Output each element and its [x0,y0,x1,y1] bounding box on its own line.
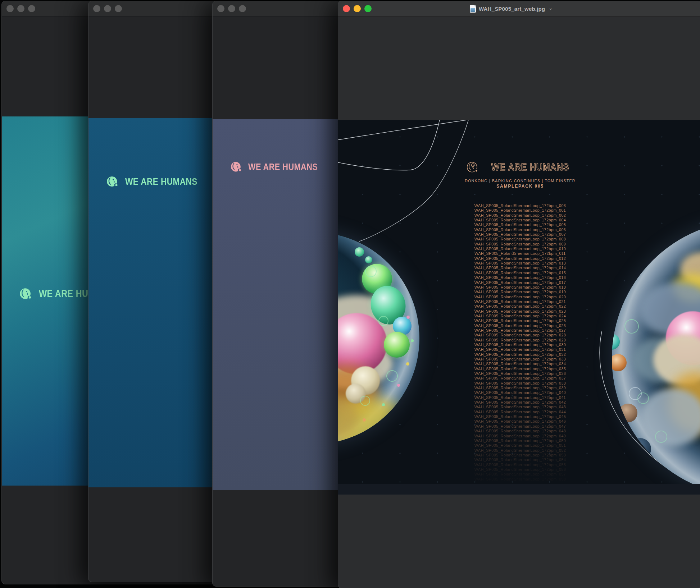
file-list-item: WAH_SP005_RolandShermanLoop_172bpm_051 [445,443,596,448]
file-list-item: WAH_SP005_RolandShermanLoop_172bpm_018 [445,285,596,290]
file-list-item: WAH_SP005_RolandShermanLoop_172bpm_022 [445,304,596,309]
embryo-logo-icon [106,175,120,188]
file-list-item: WAH_SP005_RolandShermanLoop_172bpm_023 [445,309,596,314]
window-title: WAH_SP005_art_web.jpg [479,6,545,12]
file-list-item: WAH_SP005_RolandShermanLoop_172bpm_042 [445,400,596,405]
brand-wordmark-outline: WE ARE HUMANS [491,162,569,173]
file-list-item: WAH_SP005_RolandShermanLoop_172bpm_044 [445,410,596,414]
file-list-item: WAH_SP005_RolandShermanLoop_172bpm_009 [445,242,596,247]
file-list-item: WAH_SP005_RolandShermanLoop_172bpm_043 [445,405,596,409]
minimize-button[interactable] [104,5,111,12]
file-list-item: WAH_SP005_RolandShermanLoop_172bpm_046 [445,419,596,424]
jpeg-file-icon [470,5,476,13]
file-list-item: WAH_SP005_RolandShermanLoop_172bpm_038 [445,381,596,386]
file-list-item: WAH_SP005_RolandShermanLoop_172bpm_031 [445,347,596,352]
minimize-button[interactable] [228,5,235,12]
window-preview-front: WAH_SP005_art_web.jpg ⌄ [338,1,700,588]
file-list-item: WAH_SP005_RolandShermanLoop_172bpm_035 [445,367,596,371]
file-list-item: WAH_SP005_RolandShermanLoop_172bpm_016 [445,275,596,280]
file-list-item: WAH_SP005_RolandShermanLoop_172bpm_030 [445,343,596,347]
file-list-item: WAH_SP005_RolandShermanLoop_172bpm_054 [445,458,596,462]
file-list-item: WAH_SP005_RolandShermanLoop_172bpm_008 [445,237,596,242]
file-list-item: WAH_SP005_RolandShermanLoop_172bpm_052 [445,448,596,453]
file-list-item: WAH_SP005_RolandShermanLoop_172bpm_002 [445,213,596,218]
file-list-item: WAH_SP005_RolandShermanLoop_172bpm_027 [445,328,596,333]
file-list-item: WAH_SP005_RolandShermanLoop_172bpm_001 [445,208,596,213]
close-button[interactable] [217,5,224,12]
sample-file-list: WAH_SP005_RolandShermanLoop_172bpm_003WA… [445,203,596,482]
file-list-item: WAH_SP005_RolandShermanLoop_172bpm_045 [445,414,596,419]
close-button[interactable] [6,5,14,12]
traffic-lights [6,5,35,12]
file-list-item: WAH_SP005_RolandShermanLoop_172bpm_029 [445,338,596,343]
embryo-logo-icon [230,160,244,173]
zoom-button[interactable] [239,5,246,12]
traffic-lights [93,5,122,12]
embryo-logo-outline-icon [466,160,480,174]
file-list-item: WAH_SP005_RolandShermanLoop_172bpm_007 [445,232,596,237]
file-list-item: WAH_SP005_RolandShermanLoop_172bpm_028 [445,333,596,337]
minimize-button[interactable] [354,5,361,12]
file-list-item: WAH_SP005_RolandShermanLoop_172bpm_005 [445,222,596,227]
close-button[interactable] [93,5,100,12]
file-list-item: WAH_SP005_RolandShermanLoop_172bpm_026 [445,323,596,328]
desktop: { "colors":{ "traffic_red":"#ff5f57","tr… [0,0,700,588]
file-list-item: WAH_SP005_RolandShermanLoop_172bpm_037 [445,376,596,381]
file-list-item: WAH_SP005_RolandShermanLoop_172bpm_015 [445,271,596,275]
file-list-item: WAH_SP005_RolandShermanLoop_172bpm_003 [445,203,596,208]
file-list-item: WAH_SP005_RolandShermanLoop_172bpm_017 [445,280,596,285]
file-list-item: WAH_SP005_RolandShermanLoop_172bpm_041 [445,395,596,400]
file-list-item: WAH_SP005_RolandShermanLoop_172bpm_034 [445,362,596,366]
close-button[interactable] [343,5,350,12]
file-list-item: WAH_SP005_RolandShermanLoop_172bpm_049 [445,434,596,438]
file-list-item: WAH_SP005_RolandShermanLoop_172bpm_033 [445,357,596,362]
file-list-item: WAH_SP005_RolandShermanLoop_172bpm_004 [445,218,596,222]
artwork-bottom-band [338,484,700,495]
file-list-item: WAH_SP005_RolandShermanLoop_172bpm_047 [445,424,596,429]
file-list-item: WAH_SP005_RolandShermanLoop_172bpm_040 [445,390,596,395]
samplepack-label: SAMPLEPACK 005 [448,184,592,189]
file-list-item: WAH_SP005_RolandShermanLoop_172bpm_056 [445,467,596,472]
file-list-item: WAH_SP005_RolandShermanLoop_172bpm_039 [445,386,596,390]
file-list-item: WAH_SP005_RolandShermanLoop_172bpm_055 [445,463,596,467]
file-list-item: WAH_SP005_RolandShermanLoop_172bpm_010 [445,247,596,251]
brand-wordmark: WE ARE HUMANS [125,176,197,187]
file-list-item: WAH_SP005_RolandShermanLoop_172bpm_021 [445,299,596,304]
file-list-item: WAH_SP005_RolandShermanLoop_172bpm_025 [445,318,596,323]
window-title-group: WAH_SP005_art_web.jpg ⌄ [470,1,553,16]
file-list-item: WAH_SP005_RolandShermanLoop_172bpm_012 [445,256,596,261]
file-list-item: WAH_SP005_RolandShermanLoop_172bpm_013 [445,261,596,266]
artwork-image: WE ARE HUMANS DONKONG | BARKING CONTINUE… [338,120,700,495]
file-list-item: WAH_SP005_RolandShermanLoop_172bpm_057 [445,472,596,477]
file-list-item: WAH_SP005_RolandShermanLoop_172bpm_006 [445,228,596,232]
artwork-header: WE ARE HUMANS DONKONG | BARKING CONTINUE… [448,160,592,189]
file-list-item: WAH_SP005_RolandShermanLoop_172bpm_036 [445,371,596,376]
file-list-item: WAH_SP005_RolandShermanLoop_172bpm_032 [445,352,596,357]
titlebar[interactable]: WAH_SP005_art_web.jpg ⌄ [338,1,700,17]
brand-wordmark: WE ARE HUMANS [248,162,318,172]
file-list-item: WAH_SP005_RolandShermanLoop_172bpm_058 [445,477,596,482]
file-list-item: WAH_SP005_RolandShermanLoop_172bpm_020 [445,295,596,299]
embryo-logo-icon [19,286,34,301]
artists-line: DONKONG | BARKING CONTINUES | TOM FINSTE… [448,179,592,183]
file-list-item: WAH_SP005_RolandShermanLoop_172bpm_011 [445,251,596,256]
file-list-item: WAH_SP005_RolandShermanLoop_172bpm_053 [445,453,596,458]
file-list-item: WAH_SP005_RolandShermanLoop_172bpm_024 [445,314,596,318]
file-list-item: WAH_SP005_RolandShermanLoop_172bpm_048 [445,429,596,433]
traffic-lights [343,5,372,12]
file-list-item: WAH_SP005_RolandShermanLoop_172bpm_050 [445,438,596,443]
file-list-item: WAH_SP005_RolandShermanLoop_172bpm_019 [445,290,596,294]
zoom-button[interactable] [364,5,372,12]
traffic-lights [217,5,246,12]
zoom-button[interactable] [28,5,35,12]
zoom-button[interactable] [115,5,122,12]
file-list-item: WAH_SP005_RolandShermanLoop_172bpm_014 [445,266,596,270]
minimize-button[interactable] [17,5,24,12]
title-chevron-icon[interactable]: ⌄ [549,5,553,11]
